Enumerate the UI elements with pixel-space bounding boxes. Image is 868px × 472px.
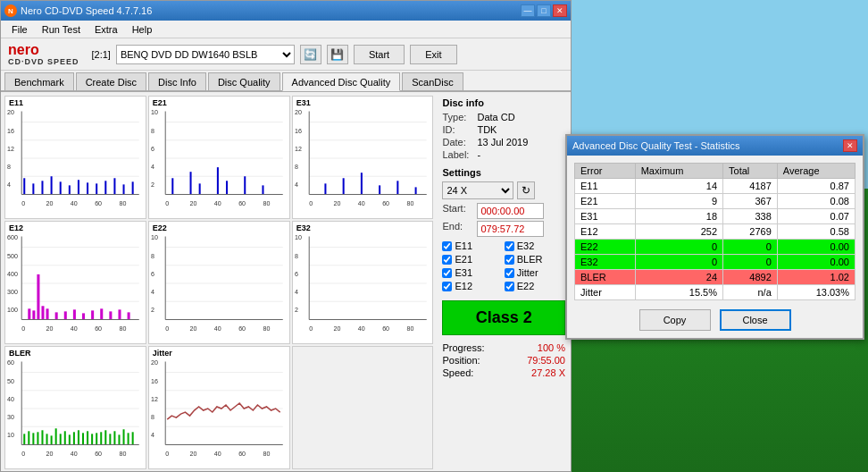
speed-select[interactable]: 24 X — [442, 181, 513, 199]
svg-rect-51 — [226, 181, 228, 194]
svg-text:30: 30 — [7, 414, 14, 421]
checkbox-e32[interactable] — [505, 241, 514, 251]
menu-help[interactable]: Help — [125, 22, 160, 37]
chart-e12-svg: 600 500 400 300 100 0 20 40 60 80 — [5, 222, 146, 343]
checkbox-e22[interactable] — [505, 282, 514, 291]
title-bar: N Nero CD-DVD Speed 4.7.7.16 — □ ✕ — [1, 1, 571, 21]
toolbar: nero CD·DVD SPEED [2:1] BENQ DVD DD DW16… — [1, 38, 571, 71]
disc-date-label: Date: — [442, 137, 473, 148]
stats-dialog: Advanced Disc Quality Test - Statistics … — [565, 134, 864, 340]
menu-extra[interactable]: Extra — [88, 22, 125, 37]
svg-rect-102 — [64, 311, 67, 319]
stats-cell-average: 0.00 — [777, 240, 855, 255]
checkbox-e31[interactable] — [442, 268, 452, 278]
checkbox-jitter-label: Jitter — [517, 267, 538, 278]
minimize-button[interactable]: — — [521, 4, 535, 17]
speed-row-progress: Speed: 27.28 X — [442, 367, 565, 378]
svg-text:60: 60 — [382, 325, 389, 333]
svg-rect-185 — [118, 434, 120, 444]
svg-text:20: 20 — [295, 109, 302, 116]
stats-cell-average: 1.02 — [777, 270, 855, 285]
checkbox-jitter[interactable] — [505, 268, 514, 278]
svg-rect-101 — [55, 312, 58, 319]
checkbox-e12[interactable] — [442, 282, 452, 291]
maximize-button[interactable]: □ — [537, 4, 551, 17]
svg-rect-100 — [46, 308, 49, 319]
tab-create-disc[interactable]: Create Disc — [76, 72, 146, 90]
svg-text:80: 80 — [406, 325, 413, 333]
svg-text:4: 4 — [151, 164, 154, 171]
stats-cell-maximum: 14 — [635, 179, 722, 194]
svg-text:40: 40 — [71, 200, 78, 207]
speed-label: Speed: — [442, 367, 473, 378]
checkbox-e21[interactable] — [442, 255, 452, 265]
end-label: End: — [442, 221, 473, 237]
svg-rect-181 — [100, 432, 102, 444]
disc-type-row: Type: Data CD — [442, 112, 565, 122]
tab-benchmark[interactable]: Benchmark — [4, 72, 74, 90]
stats-row-e32: E32000.00 — [575, 255, 855, 270]
svg-text:20: 20 — [46, 451, 54, 458]
refresh-icon[interactable]: 🔄 — [300, 45, 321, 64]
checkbox-e11-label: E11 — [455, 240, 472, 251]
save-icon[interactable]: 💾 — [327, 45, 348, 64]
close-button[interactable]: Close — [720, 309, 791, 331]
checkbox-e11[interactable] — [442, 241, 452, 251]
svg-rect-175 — [73, 432, 75, 444]
close-button[interactable]: ✕ — [553, 4, 567, 17]
chart-e11-svg: 20 16 12 8 4 0 20 40 60 80 — [5, 97, 146, 218]
svg-text:300: 300 — [7, 289, 18, 296]
svg-text:50: 50 — [7, 378, 14, 385]
speed-refresh-icon[interactable]: ↻ — [517, 181, 535, 199]
svg-rect-47 — [171, 178, 173, 194]
tab-scan-disc[interactable]: ScanDisc — [402, 72, 463, 90]
svg-text:60: 60 — [238, 451, 246, 458]
svg-text:2: 2 — [151, 181, 154, 189]
svg-rect-165 — [28, 431, 29, 444]
svg-text:8: 8 — [295, 253, 298, 260]
start-time-input[interactable] — [477, 203, 544, 219]
svg-text:12: 12 — [7, 146, 14, 153]
progress-label: Progress: — [442, 342, 484, 353]
tab-disc-quality[interactable]: Disc Quality — [208, 72, 280, 90]
chart-e32-label: E32 — [296, 223, 311, 232]
chart-e22-svg: 10 8 6 4 2 0 20 40 60 80 — [149, 222, 289, 343]
checkbox-bler[interactable] — [505, 255, 514, 265]
svg-rect-107 — [109, 311, 112, 319]
app-icon: N — [4, 4, 17, 17]
chart-empty — [292, 346, 434, 469]
exit-button[interactable]: Exit — [410, 45, 456, 64]
checkbox-e21-row: E21 — [442, 254, 503, 265]
svg-rect-171 — [55, 428, 57, 444]
svg-text:40: 40 — [214, 325, 221, 333]
title-bar-left: N Nero CD-DVD Speed 4.7.7.16 — [4, 4, 152, 17]
svg-rect-23 — [87, 182, 88, 194]
drive-select[interactable]: BENQ DVD DD DW1640 BSLB — [116, 45, 295, 64]
svg-rect-173 — [64, 431, 66, 444]
stats-row-e21: E2193670.08 — [575, 194, 855, 209]
svg-rect-18 — [41, 181, 43, 194]
svg-rect-97 — [32, 310, 35, 319]
checkbox-bler-label: BLER — [517, 254, 543, 265]
chart-bler: BLER 60 50 40 30 10 0 20 40 60 80 — [4, 346, 146, 469]
menu-file[interactable]: File — [4, 22, 35, 37]
tab-bar: Benchmark Create Disc Disc Info Disc Qua… — [1, 71, 571, 92]
svg-text:400: 400 — [7, 271, 18, 278]
dialog-close-icon[interactable]: ✕ — [843, 139, 857, 152]
svg-text:20: 20 — [189, 200, 196, 207]
svg-text:6: 6 — [151, 146, 154, 153]
copy-button[interactable]: Copy — [639, 309, 711, 331]
svg-text:12: 12 — [295, 146, 302, 153]
tab-disc-info[interactable]: Disc Info — [148, 72, 206, 90]
chart-jitter-label: Jitter — [153, 349, 172, 358]
menu-run-test[interactable]: Run Test — [35, 22, 88, 37]
progress-section: Progress: 100 % Position: 79:55.00 Speed… — [442, 342, 565, 378]
start-button[interactable]: Start — [354, 45, 405, 64]
stats-cell-error: E11 — [575, 179, 636, 194]
svg-rect-169 — [46, 434, 48, 444]
end-time-input[interactable] — [477, 221, 544, 237]
svg-text:8: 8 — [151, 128, 154, 135]
checkboxes-grid: E11 E32 E21 BLER E31 — [442, 240, 565, 293]
tab-advanced-disc-quality[interactable]: Advanced Disc Quality — [282, 72, 401, 91]
svg-rect-178 — [87, 431, 88, 444]
